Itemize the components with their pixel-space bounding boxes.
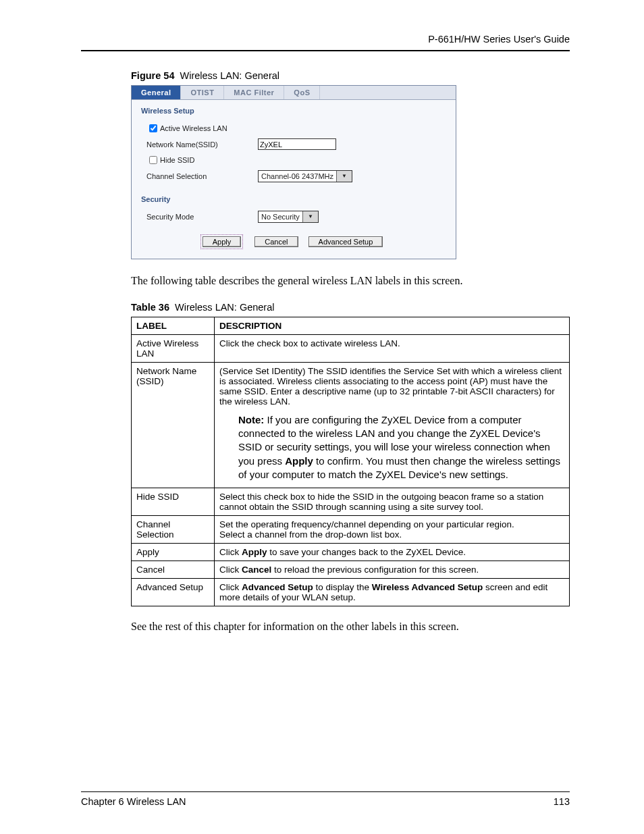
tab-qos[interactable]: QoS [284,86,320,99]
b: Cancel [242,565,271,575]
active-wireless-label: Active Wireless LAN [160,124,227,132]
tab-macfilter[interactable]: MAC Filter [224,86,284,99]
running-header: P-661H/HW Series User's Guide [81,34,570,50]
section-wireless-setup: Wireless Setup [132,100,456,118]
tab-bar: General OTIST MAC Filter QoS [132,86,456,100]
apply-button[interactable]: Apply [203,236,242,247]
table-row: Hide SSID Select this check box to hide … [132,488,570,516]
cell-desc: Click Advanced Setup to display the Wire… [215,579,570,606]
cell-desc: Select this check box to hide the SSID i… [215,488,570,516]
note-prefix: Note: [238,414,264,425]
cell-line2: Select a channel from the drop-down list… [219,529,564,540]
chevron-down-icon: ▼ [336,171,352,182]
t: Click [219,582,242,592]
tab-general[interactable]: General [132,86,181,99]
cell-desc-text: (Service Set IDentity) The SSID identifi… [219,366,562,407]
t: Click [219,565,242,575]
cell-desc: Click Apply to save your changes back to… [215,544,570,561]
security-mode-label: Security Mode [146,213,258,221]
cell-label: Channel Selection [132,516,215,544]
channel-value: Channel-06 2437MHz [259,171,336,182]
t: to display the [313,582,372,592]
table-row: Active Wireless LAN Click the check box … [132,334,570,362]
security-mode-select[interactable]: No Security ▼ [258,211,319,223]
t: to save your changes back to the ZyXEL D… [267,547,466,557]
cell-desc: (Service Set IDentity) The SSID identifi… [215,362,570,488]
table-header-row: LABEL DESCRIPTION [132,317,570,334]
cell-label: Active Wireless LAN [132,334,215,362]
cell-label: Apply [132,544,215,561]
cancel-button[interactable]: Cancel [254,236,298,247]
b: Wireless Advanced Setup [372,582,483,592]
cell-label: Network Name (SSID) [132,362,215,488]
cell-label: Hide SSID [132,488,215,516]
closing-paragraph: See the rest of this chapter for informa… [131,620,570,634]
ssid-label: Network Name(SSID) [146,140,258,149]
figure-caption: Figure 54 Wireless LAN: General [131,70,570,81]
section-security: Security [132,188,456,206]
table-row: Channel Selection Set the operating freq… [132,516,570,544]
t: to reload the previous configuration for… [271,565,479,575]
chevron-down-icon: ▼ [302,211,318,222]
th-label: LABEL [132,317,215,334]
security-mode-value: No Security [259,211,302,222]
channel-select[interactable]: Channel-06 2437MHz ▼ [258,170,352,182]
intro-paragraph: The following table describes the genera… [131,274,570,288]
figure-title: Wireless LAN: General [180,70,279,81]
b: Apply [242,547,267,557]
footer-page-number: 113 [554,796,570,807]
ssid-input[interactable] [258,138,336,150]
note-block: Note: If you are configuring the ZyXEL D… [219,407,564,484]
channel-label: Channel Selection [146,172,258,180]
t: Click [219,547,242,557]
description-table: LABEL DESCRIPTION Active Wireless LAN Cl… [131,317,570,606]
cell-desc: Click Cancel to reload the previous conf… [215,561,570,579]
button-row: Apply Cancel Advanced Setup [132,229,456,259]
figure-label: Figure 54 [131,70,174,81]
table-row: Advanced Setup Click Advanced Setup to d… [132,579,570,606]
page-footer: Chapter 6 Wireless LAN 113 [81,791,570,807]
table-caption: Table 36 Wireless LAN: General [131,302,570,313]
table-title: Wireless LAN: General [175,302,274,313]
router-ui-panel: General OTIST MAC Filter QoS Wireless Se… [131,85,456,259]
note-apply-bold: Apply [285,455,313,467]
table-label: Table 36 [131,302,169,313]
cell-label: Advanced Setup [132,579,215,606]
table-row: Network Name (SSID) (Service Set IDentit… [132,362,570,488]
footer-chapter: Chapter 6 Wireless LAN [81,796,186,807]
th-description: DESCRIPTION [215,317,570,334]
cell-line1: Set the operating frequency/channel depe… [219,519,564,529]
table-row: Apply Click Apply to save your changes b… [132,544,570,561]
cell-desc: Set the operating frequency/channel depe… [215,516,570,544]
header-rule [81,50,570,51]
cell-label: Cancel [132,561,215,579]
table-row: Cancel Click Cancel to reload the previo… [132,561,570,579]
active-wireless-checkbox[interactable] [149,124,157,132]
b: Advanced Setup [242,582,313,592]
cell-desc: Click the check box to activate wireless… [215,334,570,362]
hide-ssid-checkbox[interactable] [149,156,157,164]
tab-otist[interactable]: OTIST [181,86,224,99]
hide-ssid-label: Hide SSID [160,156,194,164]
advanced-setup-button[interactable]: Advanced Setup [308,236,383,247]
